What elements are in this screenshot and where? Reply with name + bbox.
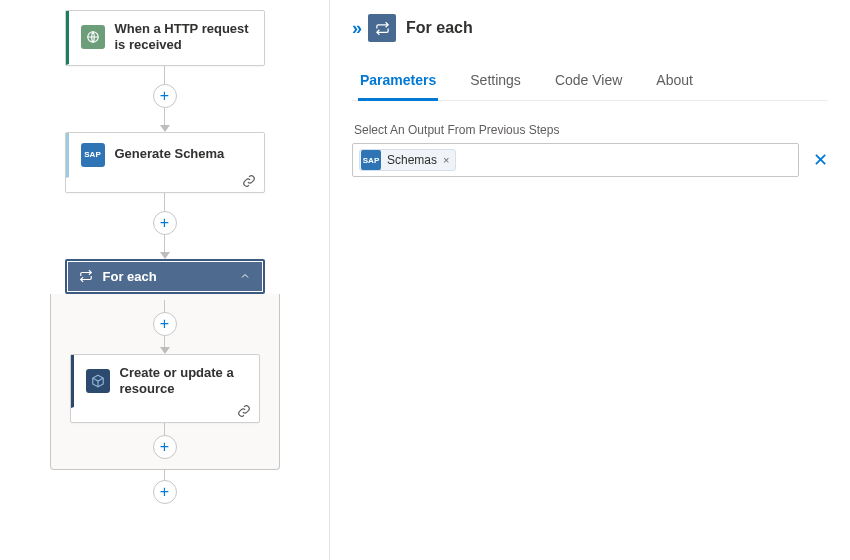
- add-step-button[interactable]: +: [153, 435, 177, 459]
- step-title: When a HTTP request is received: [115, 21, 252, 54]
- tab-settings[interactable]: Settings: [468, 66, 523, 101]
- for-each-body: + Create or update a resource +: [50, 294, 280, 471]
- output-selector-label: Select An Output From Previous Steps: [354, 123, 828, 137]
- http-request-icon: [81, 25, 105, 49]
- flow-step-generate-schema[interactable]: SAP Generate Schema: [65, 132, 265, 193]
- chevron-up-icon: [239, 270, 251, 282]
- connector: [164, 235, 165, 253]
- flow-step-create-resource[interactable]: Create or update a resource: [70, 354, 260, 424]
- link-icon: [242, 174, 256, 188]
- details-panel: » For each Parameters Settings Code View…: [330, 0, 850, 560]
- connector-arrow-icon: [160, 252, 170, 259]
- connector-arrow-icon: [160, 347, 170, 354]
- sap-icon-text: SAP: [84, 150, 100, 159]
- flow-step-for-each[interactable]: For each: [65, 259, 265, 294]
- connector: [164, 300, 165, 312]
- panel-header: » For each: [352, 14, 828, 42]
- panel-title: For each: [406, 19, 473, 37]
- tab-code-view[interactable]: Code View: [553, 66, 624, 101]
- connector: [164, 423, 165, 435]
- add-step-button[interactable]: +: [153, 480, 177, 504]
- connector-arrow-icon: [160, 125, 170, 132]
- loop-icon: [79, 269, 93, 283]
- connector: [164, 470, 165, 480]
- remove-token-button[interactable]: ×: [443, 154, 449, 166]
- add-step-button[interactable]: +: [153, 211, 177, 235]
- panel-tabs: Parameters Settings Code View About: [352, 66, 828, 101]
- step-title: For each: [103, 269, 157, 284]
- tab-parameters[interactable]: Parameters: [358, 66, 438, 101]
- loop-icon: [368, 14, 396, 42]
- flow-step-http-trigger[interactable]: When a HTTP request is received: [65, 10, 265, 66]
- step-title: Generate Schema: [115, 146, 225, 162]
- connector: [164, 66, 165, 84]
- sap-icon-text: SAP: [363, 156, 379, 165]
- add-step-button[interactable]: +: [153, 84, 177, 108]
- connector: [164, 193, 165, 211]
- connector: [164, 108, 165, 126]
- sap-icon: SAP: [361, 150, 381, 170]
- collapse-panel-button[interactable]: »: [352, 19, 358, 37]
- sap-icon: SAP: [81, 143, 105, 167]
- flow-column: When a HTTP request is received + SAP Ge…: [55, 10, 275, 504]
- tab-about[interactable]: About: [654, 66, 695, 101]
- flow-canvas: When a HTTP request is received + SAP Ge…: [0, 0, 330, 560]
- link-icon: [237, 404, 251, 418]
- token-label: Schemas: [387, 153, 437, 167]
- clear-field-button[interactable]: ✕: [813, 151, 828, 169]
- output-selector-input[interactable]: SAP Schemas ×: [352, 143, 799, 177]
- add-step-button[interactable]: +: [153, 312, 177, 336]
- step-title: Create or update a resource: [120, 365, 247, 398]
- dynamic-content-token[interactable]: SAP Schemas ×: [359, 149, 456, 171]
- cube-icon: [86, 369, 110, 393]
